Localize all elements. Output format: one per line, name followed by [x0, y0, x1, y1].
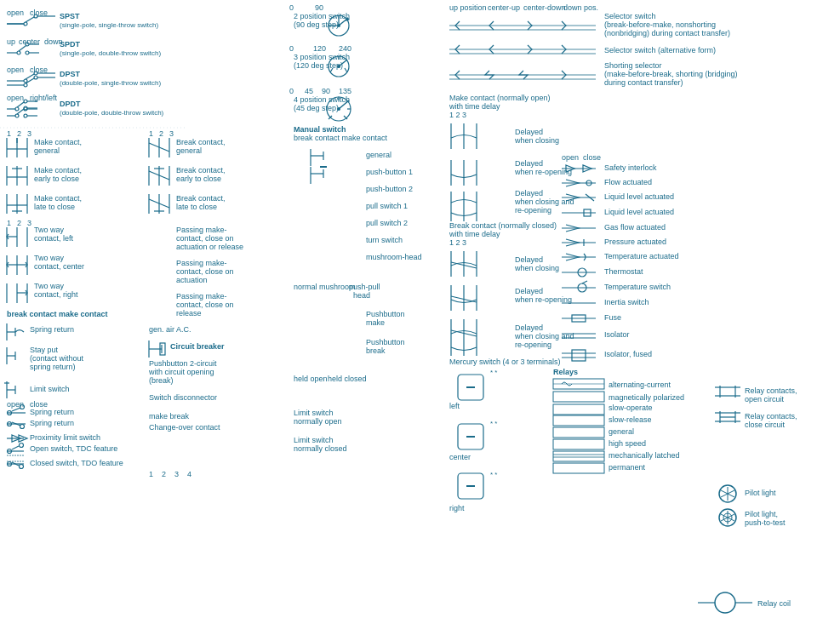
svg-text:2: 2 [17, 129, 21, 138]
svg-text:Safety interlock: Safety interlock [604, 163, 657, 172]
svg-text:spring return): spring return) [30, 363, 76, 371]
svg-text:actuation or release: actuation or release [176, 243, 243, 251]
svg-text:center-down: center-down [523, 3, 566, 12]
svg-text:right: right [449, 504, 465, 512]
svg-text:early to close: early to close [176, 175, 221, 183]
svg-text:Relays: Relays [553, 368, 578, 376]
svg-text:Passing make-: Passing make- [176, 292, 227, 300]
svg-text:Selector switch (alternative f: Selector switch (alternative form) [604, 46, 716, 54]
svg-text:general: general [366, 151, 391, 159]
svg-text:push-to-test: push-to-test [745, 518, 786, 527]
svg-text:Spring return: Spring return [30, 325, 74, 334]
svg-text:contact, close on: contact, close on [176, 300, 234, 309]
svg-text:general: general [34, 146, 60, 155]
svg-text:Change-over contact: Change-over contact [149, 423, 220, 432]
svg-text:Pilot light,: Pilot light, [745, 510, 778, 518]
svg-text:Limit switch: Limit switch [294, 436, 334, 444]
svg-text:open circuit: open circuit [745, 395, 785, 403]
svg-text:(nonbridging) during contact t: (nonbridging) during contact transfer) [604, 29, 730, 37]
svg-text:(single-pole, double-throw swi: (single-pole, double-throw switch) [60, 49, 162, 57]
svg-text:Delayed: Delayed [515, 323, 543, 332]
svg-text:Pilot light: Pilot light [745, 489, 776, 497]
svg-text:normal: normal [294, 283, 317, 291]
svg-text:turn switch: turn switch [366, 236, 403, 244]
svg-text:Delayed: Delayed [515, 189, 543, 197]
svg-text:1    2    3: 1 2 3 [449, 111, 466, 119]
svg-text:SPDT: SPDT [60, 40, 81, 49]
svg-text:contact, center: contact, center [34, 262, 84, 271]
svg-text:Circuit breaker: Circuit breaker [170, 342, 225, 351]
svg-text:push-pull: push-pull [349, 283, 380, 291]
svg-text:contact, left: contact, left [34, 234, 74, 243]
svg-text:SPST: SPST [60, 12, 80, 20]
svg-text:magnetically polarized: magnetically polarized [609, 393, 684, 402]
svg-text:3: 3 [174, 470, 179, 478]
svg-text:Manual switch: Manual switch [294, 125, 346, 134]
svg-text:Relay contacts,: Relay contacts, [745, 386, 797, 395]
svg-text:Inertia switch: Inertia switch [604, 298, 649, 306]
svg-text:Make contact,: Make contact, [34, 166, 82, 175]
svg-text:Two way: Two way [34, 226, 65, 234]
svg-text:Two way: Two way [34, 282, 65, 290]
svg-text:head: head [353, 291, 370, 300]
svg-text:Two way: Two way [34, 254, 65, 262]
svg-text:late to close: late to close [176, 203, 217, 211]
svg-text:Break contact,: Break contact, [176, 166, 226, 175]
svg-text:Flow actuated: Flow actuated [604, 178, 652, 186]
svg-text:held open: held open [294, 375, 328, 383]
svg-text:actuation: actuation [176, 276, 208, 284]
svg-text:4 position switch: 4 position switch [294, 95, 350, 104]
svg-text:gen. air A.C.: gen. air A.C. [149, 325, 191, 334]
svg-text:break contact make contact: break contact make contact [7, 310, 108, 318]
svg-text:Temperature switch: Temperature switch [604, 283, 671, 291]
svg-text:Gas flow actuated: Gas flow actuated [604, 223, 666, 232]
svg-text:Temperature actuated: Temperature actuated [604, 252, 679, 260]
svg-text:when closing: when closing [514, 136, 559, 145]
svg-text:center-up: center-up [488, 3, 520, 12]
svg-text:Fuse: Fuse [604, 313, 621, 322]
svg-text:* *: * * [490, 420, 497, 427]
svg-text:make: make [366, 318, 385, 327]
svg-text:Make contact,: Make contact, [34, 138, 82, 146]
svg-text:(contact without: (contact without [30, 354, 84, 363]
svg-text:Passing make-: Passing make- [176, 259, 227, 267]
svg-text:Delayed: Delayed [515, 159, 543, 168]
svg-text:general: general [176, 146, 202, 155]
svg-text:Pressure actuated: Pressure actuated [604, 237, 666, 246]
svg-text:Liquid level actuated: Liquid level actuated [604, 192, 674, 201]
svg-text:down pos.: down pos. [563, 3, 598, 12]
svg-text:Selector switch: Selector switch [604, 12, 656, 20]
svg-text:break: break [366, 346, 386, 355]
svg-text:2: 2 [162, 470, 166, 478]
svg-text:contact, right: contact, right [34, 290, 78, 299]
svg-text:Delayed: Delayed [515, 128, 543, 136]
svg-text:slow-operate: slow-operate [609, 403, 653, 412]
svg-text:(90 deg step): (90 deg step) [294, 20, 339, 29]
svg-text:Delayed: Delayed [515, 287, 543, 295]
svg-text:90: 90 [315, 3, 323, 12]
svg-text:90: 90 [322, 87, 330, 95]
svg-text:* *: * * [490, 369, 497, 376]
svg-text:3: 3 [169, 129, 174, 138]
svg-text:push-button 2: push-button 2 [366, 185, 413, 193]
svg-text:Relay contacts,: Relay contacts, [745, 412, 797, 421]
svg-text:(break): (break) [149, 376, 174, 385]
svg-text:1: 1 [7, 129, 11, 138]
svg-text:Mercury switch (4 or 3 termina: Mercury switch (4 or 3 terminals) [449, 358, 561, 366]
svg-text:240: 240 [339, 44, 351, 53]
svg-text:with circuit opening: with circuit opening [148, 368, 214, 376]
svg-text:Make contact,: Make contact, [34, 194, 82, 203]
svg-text:DPDT: DPDT [60, 100, 81, 108]
svg-text:(single-pole, single-throw swi: (single-pole, single-throw switch) [60, 21, 158, 29]
svg-text:0: 0 [289, 44, 294, 53]
svg-text:* *: * * [490, 471, 497, 478]
svg-text:(45 deg step): (45 deg step) [294, 104, 339, 112]
svg-text:0: 0 [289, 3, 294, 12]
svg-text:mechanically latched: mechanically latched [609, 451, 680, 460]
svg-text:Break contact,: Break contact, [176, 194, 226, 203]
svg-text:contact, close on: contact, close on [176, 234, 234, 243]
svg-text:2: 2 [159, 129, 163, 138]
svg-text:open: open [7, 400, 24, 409]
svg-text:normally closed: normally closed [294, 444, 347, 453]
svg-text:open: open [562, 153, 579, 162]
